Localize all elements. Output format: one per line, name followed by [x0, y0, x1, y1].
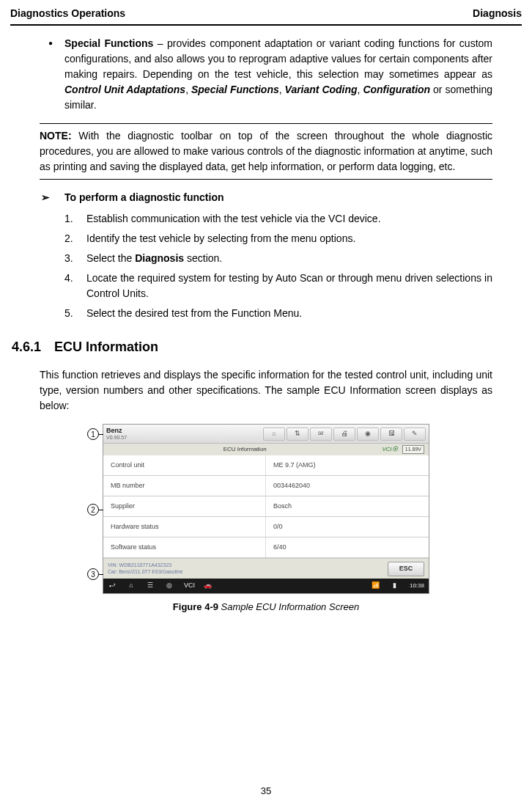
- step-5: 5. Select the desired test from the Func…: [64, 306, 492, 321]
- recent-icon[interactable]: ☰: [146, 581, 155, 591]
- bullet-text: Special Functions – provides component a…: [64, 36, 492, 113]
- header-right: Diagnosis: [473, 6, 522, 21]
- header-divider: [10, 24, 522, 26]
- brand-block: Benz V0.90.57: [106, 427, 153, 441]
- log-icon[interactable]: ✎: [404, 427, 426, 441]
- arrow-icon: ➢: [40, 190, 64, 205]
- page-number: 35: [0, 784, 532, 799]
- sub-toolbar: ECU Information VCI⦿ 11.89V: [103, 444, 429, 455]
- bullet-sep: –: [153, 37, 167, 49]
- vci-label: VCI⦿: [382, 445, 397, 454]
- callout-1: 1: [87, 428, 99, 440]
- bullet-icon: [40, 36, 64, 113]
- step-text: Select the desired test from the Functio…: [86, 306, 492, 321]
- battery-indicator: 11.89V: [402, 445, 424, 455]
- step-num: 4.: [64, 271, 86, 301]
- device-screenshot: 1 2 3 Benz V0.90.57 ⌂ ⇅ ✉ 🖨 ◉ 🖫 ✎: [103, 424, 429, 594]
- save-icon[interactable]: 🖫: [380, 427, 402, 441]
- system-navbar: ⮐ ⌂ ☰ ◎ VCI 🚗 📶 ▮ 10:38: [103, 579, 429, 593]
- car-icon[interactable]: 🚗: [203, 581, 212, 591]
- callout-3: 3: [87, 568, 99, 580]
- note-text: With the diagnostic toolbar on top of th…: [40, 130, 492, 172]
- step-text: Identify the test vehicle by selecting f…: [86, 231, 492, 246]
- section-heading: 4.6.1 ECU Information: [12, 337, 492, 357]
- figure-caption: Figure 4-9 Sample ECU Information Screen: [40, 600, 492, 614]
- table-row: Software status6/40: [103, 537, 429, 558]
- step-3: 3. Select the Diagnosis section.: [64, 251, 492, 266]
- step-num: 2.: [64, 231, 86, 246]
- figure-wrap: 1 2 3 Benz V0.90.57 ⌂ ⇅ ✉ 🖨 ◉ 🖫 ✎: [40, 424, 492, 594]
- step-1: 1. Establish communication with the test…: [64, 211, 492, 227]
- toolbar-icons: ⌂ ⇅ ✉ 🖨 ◉ 🖫 ✎: [263, 427, 426, 441]
- note-label: NOTE:: [40, 130, 72, 142]
- diagnostic-toolbar: Benz V0.90.57 ⌂ ⇅ ✉ 🖨 ◉ 🖫 ✎: [103, 425, 429, 444]
- info-table: Control unitME 9.7 (AMG) MB number003446…: [103, 455, 429, 558]
- table-row: SupplierBosch: [103, 496, 429, 517]
- updown-icon[interactable]: ⇅: [287, 427, 309, 441]
- bullet-title: Special Functions: [64, 37, 153, 49]
- brand-version: V0.90.57: [106, 435, 153, 441]
- back-icon[interactable]: ⮐: [108, 581, 117, 591]
- term-3: Variant Coding: [285, 84, 358, 95]
- esc-button[interactable]: ESC: [388, 562, 424, 576]
- clock: 10:38: [410, 581, 424, 590]
- home-nav-icon[interactable]: ⌂: [127, 581, 136, 591]
- table-row: Control unitME 9.7 (AMG): [103, 455, 429, 476]
- home-icon[interactable]: ⌂: [263, 427, 285, 441]
- caption-label: Figure 4-9: [173, 601, 218, 612]
- section-title: ECU Information: [54, 337, 158, 357]
- header-left: Diagnostics Operations: [10, 6, 125, 21]
- help-icon[interactable]: ◉: [357, 427, 379, 441]
- vin-info: VIN: WDB2110771A432323 Car: Benz/211.077…: [108, 562, 182, 575]
- term-4: Configuration: [363, 84, 430, 95]
- term-2: Special Functions: [191, 84, 279, 95]
- table-row: MB number0034462040: [103, 476, 429, 496]
- section-intro: This function retrieves and displays the…: [40, 367, 492, 414]
- step-4: 4. Locate the required system for testin…: [64, 271, 492, 301]
- print-icon[interactable]: 🖨: [333, 427, 355, 441]
- data-icon[interactable]: ✉: [310, 427, 332, 441]
- procedure-title: To perform a diagnostic function: [64, 190, 224, 205]
- camera-icon[interactable]: ◎: [165, 581, 174, 591]
- step-text: Locate the required system for testing b…: [86, 271, 492, 301]
- signal-icon: 📶: [372, 581, 380, 591]
- step-text: Establish communication with the test ve…: [86, 211, 492, 227]
- brand-name: Benz: [106, 427, 153, 435]
- vci-nav-icon[interactable]: VCI: [184, 581, 193, 591]
- callout-2: 2: [87, 504, 99, 515]
- term-1: Control Unit Adaptations: [64, 84, 185, 95]
- table-row: Hardware status0/0: [103, 517, 429, 537]
- page-header: Diagnostics Operations Diagnosis: [0, 0, 532, 24]
- note-box: NOTE: With the diagnostic toolbar on top…: [40, 123, 492, 180]
- procedure-heading: ➢ To perform a diagnostic function: [40, 190, 492, 205]
- step-num: 1.: [64, 211, 86, 227]
- step-text: Select the Diagnosis section.: [86, 251, 492, 266]
- step-num: 5.: [64, 306, 86, 321]
- battery-icon: ▮: [391, 581, 399, 591]
- section-number: 4.6.1: [12, 337, 54, 357]
- step-num: 3.: [64, 251, 86, 266]
- screen-title: ECU Information: [223, 445, 267, 454]
- caption-text: Sample ECU Information Screen: [218, 601, 359, 612]
- bullet-special-functions: Special Functions – provides component a…: [40, 36, 492, 113]
- step-2: 2. Identify the test vehicle by selectin…: [64, 231, 492, 246]
- bottom-bar: VIN: WDB2110771A432323 Car: Benz/211.077…: [103, 558, 429, 579]
- procedure-steps: 1. Establish communication with the test…: [40, 211, 492, 321]
